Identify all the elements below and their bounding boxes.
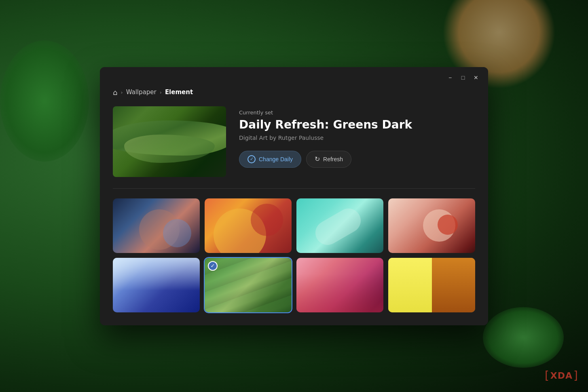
wallpaper-item-2[interactable] — [205, 198, 292, 253]
wallpaper-item-4[interactable] — [388, 198, 475, 253]
wallpaper-shape-1 — [113, 198, 200, 253]
action-buttons: ✓ Change Daily ↻ Refresh — [239, 151, 475, 168]
wallpaper-artist: Digital Art by Rutger Paulusse — [239, 135, 475, 141]
xda-bracket-left: [ — [545, 369, 550, 382]
xda-label: XDA — [550, 371, 573, 381]
wallpaper-item-1[interactable] — [113, 198, 200, 253]
wallpaper-shape-2 — [205, 198, 292, 253]
main-window: − □ ✕ ⌂ › Wallpaper › Element Currently … — [100, 67, 488, 325]
maximize-button[interactable]: □ — [457, 72, 469, 83]
window-content: ⌂ › Wallpaper › Element Currently set Da… — [100, 88, 488, 325]
wallpaper-item-3[interactable] — [296, 198, 383, 253]
currently-set-label: Currently set — [239, 110, 475, 116]
wallpaper-item-5[interactable] — [113, 258, 200, 312]
refresh-label: Refresh — [323, 156, 343, 162]
minimize-button[interactable]: − — [444, 72, 456, 83]
preview-wave-decoration — [113, 106, 226, 177]
current-wallpaper-preview — [113, 106, 226, 177]
section-divider — [113, 188, 475, 189]
wallpaper-shape-7 — [296, 258, 383, 312]
breadcrumb-chevron-1: › — [121, 89, 123, 95]
wallpaper-shape-5 — [113, 258, 200, 312]
wallpaper-shape-8 — [388, 258, 475, 312]
preview-info: Currently set Daily Refresh: Greens Dark… — [239, 106, 475, 168]
breadcrumb-chevron-2: › — [160, 89, 162, 95]
bg-decoration-2 — [483, 307, 564, 368]
preview-section: Currently set Daily Refresh: Greens Dark… — [113, 106, 475, 177]
close-button[interactable]: ✕ — [470, 72, 482, 83]
wallpaper-shape-3 — [296, 198, 383, 253]
wallpaper-item-7[interactable] — [296, 258, 383, 312]
refresh-icon: ↻ — [315, 155, 320, 163]
change-daily-button[interactable]: ✓ Change Daily — [239, 151, 301, 168]
bg-decoration-3 — [0, 40, 89, 162]
breadcrumb-current: Element — [165, 89, 193, 96]
wallpaper-grid: ✓ — [113, 198, 475, 312]
change-daily-label: Change Daily — [259, 156, 293, 162]
refresh-button[interactable]: ↻ Refresh — [306, 151, 351, 168]
wallpaper-title: Daily Refresh: Greens Dark — [239, 118, 475, 131]
title-bar: − □ ✕ — [100, 67, 488, 88]
xda-watermark: [ XDA ] — [545, 369, 578, 382]
wallpaper-item-6[interactable]: ✓ — [205, 258, 292, 312]
breadcrumb-wallpaper[interactable]: Wallpaper — [126, 89, 157, 96]
home-icon[interactable]: ⌂ — [113, 88, 117, 97]
check-icon: ✓ — [247, 155, 256, 163]
wallpaper-shape-6 — [205, 258, 292, 312]
xda-bracket-right: ] — [573, 369, 578, 382]
breadcrumb: ⌂ › Wallpaper › Element — [113, 88, 475, 97]
wallpaper-shape-4 — [388, 198, 475, 253]
wallpaper-item-8[interactable] — [388, 258, 475, 312]
selected-check-icon: ✓ — [208, 261, 218, 271]
